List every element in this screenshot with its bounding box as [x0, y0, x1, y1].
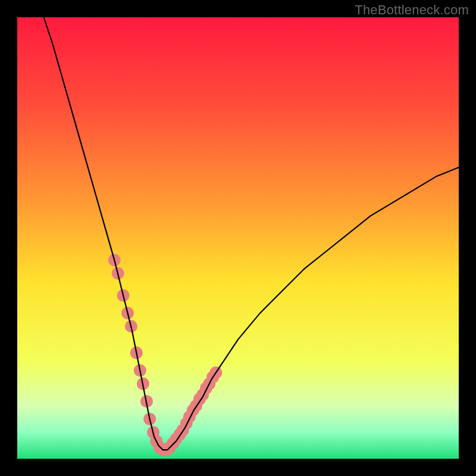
chart-frame: TheBottleneck.com [0, 0, 476, 476]
bottleneck-chart [0, 0, 476, 476]
plot-background [17, 17, 459, 459]
watermark-text: TheBottleneck.com [355, 2, 469, 18]
